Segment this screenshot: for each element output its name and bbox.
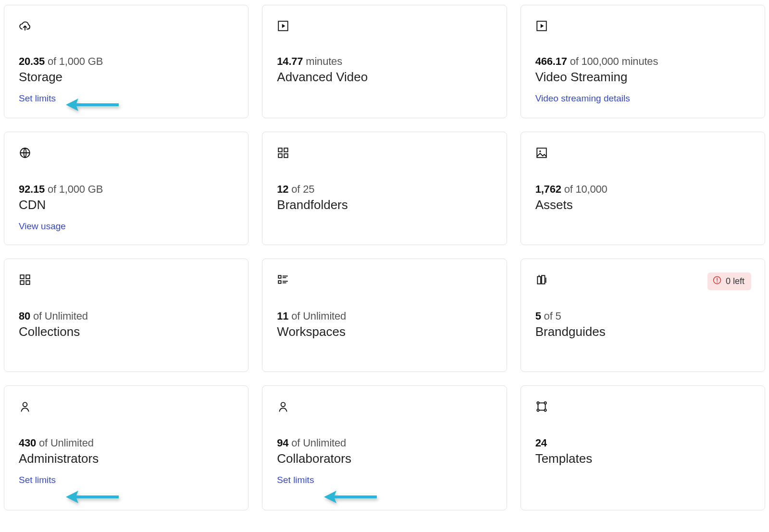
card-title: Video Streaming — [535, 70, 750, 85]
card-video-streaming: 466.17 of 100,000 minutes Video Streamin… — [521, 5, 765, 118]
grid-icon — [277, 147, 492, 159]
globe-icon — [19, 147, 234, 159]
metric-value: 5 of 5 — [535, 310, 750, 322]
metric-value: 20.35 of 1,000 GB — [19, 55, 234, 68]
card-collections: 80 of Unlimited Collections — [4, 259, 248, 372]
grid-icon — [19, 273, 234, 286]
metric-value: 11 of Unlimited — [277, 310, 492, 322]
card-title: Advanced Video — [277, 70, 492, 85]
card-title: Administrators — [19, 451, 234, 466]
card-advanced-video: 14.77 minutes Advanced Video — [262, 5, 507, 118]
card-title: CDN — [19, 198, 234, 212]
badge-text: 0 left — [726, 276, 744, 286]
alert-icon — [712, 275, 722, 287]
card-title: Brandfolders — [277, 198, 492, 212]
metric-value: 466.17 of 100,000 minutes — [535, 55, 750, 68]
image-icon — [535, 147, 750, 159]
video-streaming-details-link[interactable]: Video streaming details — [535, 93, 630, 104]
card-brandfolders: 12 of 25 Brandfolders — [262, 132, 507, 245]
card-administrators: 430 of Unlimited Administrators Set limi… — [4, 385, 248, 510]
card-title: Templates — [535, 451, 750, 466]
bounding-box-icon — [535, 400, 750, 413]
metric-value: 1,762 of 10,000 — [535, 183, 750, 196]
set-limits-link[interactable]: Set limits — [277, 475, 314, 485]
callout-arrow-icon — [66, 491, 119, 503]
card-title: Workspaces — [277, 324, 492, 339]
card-title: Assets — [535, 198, 750, 212]
list-icon — [277, 273, 492, 286]
view-usage-link[interactable]: View usage — [19, 221, 66, 232]
metric-value: 24 — [535, 437, 750, 449]
metric-value: 12 of 25 — [277, 183, 492, 196]
card-brandguides: 0 left 5 of 5 Brandguides — [521, 259, 765, 372]
cloud-upload-icon — [19, 20, 234, 32]
card-templates: 24 Templates — [521, 385, 765, 510]
zero-left-badge: 0 left — [707, 272, 751, 290]
person-icon — [277, 400, 492, 413]
metric-value: 92.15 of 1,000 GB — [19, 183, 234, 196]
metric-value: 80 of Unlimited — [19, 310, 234, 322]
set-limits-link[interactable]: Set limits — [19, 475, 56, 485]
metric-value: 430 of Unlimited — [19, 437, 234, 449]
card-cdn: 92.15 of 1,000 GB CDN View usage — [4, 132, 248, 245]
metric-value: 94 of Unlimited — [277, 437, 492, 449]
callout-arrow-icon — [324, 491, 377, 503]
person-icon — [19, 400, 234, 413]
callout-arrow-icon — [66, 99, 119, 111]
card-title: Collaborators — [277, 451, 492, 466]
card-title: Storage — [19, 70, 234, 85]
metric-value: 14.77 minutes — [277, 55, 492, 68]
play-square-icon — [277, 20, 492, 32]
card-workspaces: 11 of Unlimited Workspaces — [262, 259, 507, 372]
card-collaborators: 94 of Unlimited Collaborators Set limits — [262, 385, 507, 510]
card-title: Collections — [19, 324, 234, 339]
play-square-icon — [535, 20, 750, 32]
card-title: Brandguides — [535, 324, 750, 339]
usage-cards-grid: 20.35 of 1,000 GB Storage Set limits 14.… — [4, 5, 765, 510]
card-storage: 20.35 of 1,000 GB Storage Set limits — [4, 5, 248, 118]
set-limits-link[interactable]: Set limits — [19, 93, 56, 104]
card-assets: 1,762 of 10,000 Assets — [521, 132, 765, 245]
